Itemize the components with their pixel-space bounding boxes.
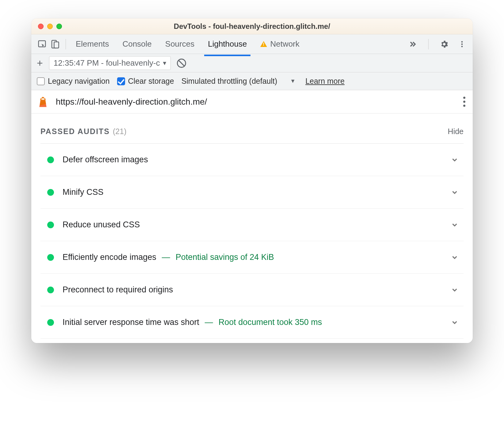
audits-list: Defer offscreen imagesMinify CSSReduce u… bbox=[40, 144, 464, 339]
window-controls bbox=[38, 24, 62, 29]
audit-row[interactable]: Efficiently encode images—Potential savi… bbox=[40, 241, 464, 274]
legacy-nav-label: Legacy navigation bbox=[48, 77, 110, 86]
audit-title: Efficiently encode images—Potential savi… bbox=[63, 253, 274, 262]
svg-point-5 bbox=[461, 46, 463, 47]
audit-row[interactable]: Defer offscreen images bbox=[40, 144, 464, 176]
audit-title: Initial server response time was short—R… bbox=[63, 318, 322, 327]
svg-point-3 bbox=[461, 41, 463, 43]
new-report-button[interactable]: + bbox=[37, 57, 43, 69]
svg-point-4 bbox=[461, 43, 463, 45]
dash-separator: — bbox=[162, 253, 170, 262]
section-title: PASSED AUDITS bbox=[40, 127, 110, 136]
dash-separator: — bbox=[205, 318, 213, 327]
pass-status-icon bbox=[47, 189, 54, 196]
maximize-window-button[interactable] bbox=[56, 24, 62, 29]
main-tabbar: Elements Console Sources Lighthouse Netw… bbox=[31, 34, 473, 54]
tab-console[interactable]: Console bbox=[121, 36, 153, 52]
window-title: DevTools - foul-heavenly-direction.glitc… bbox=[31, 22, 473, 31]
tab-network-label: Network bbox=[270, 39, 299, 49]
titlebar: DevTools - foul-heavenly-direction.glitc… bbox=[31, 18, 473, 34]
tab-network[interactable]: Network bbox=[259, 36, 300, 52]
audit-title-text: Initial server response time was short bbox=[63, 318, 199, 327]
pass-status-icon bbox=[47, 222, 54, 228]
svg-rect-2 bbox=[54, 42, 59, 48]
chevron-down-icon bbox=[451, 188, 462, 196]
devtools-window: DevTools - foul-heavenly-direction.glitc… bbox=[31, 18, 473, 343]
clear-storage-label: Clear storage bbox=[128, 77, 174, 86]
tab-elements[interactable]: Elements bbox=[74, 36, 110, 52]
learn-more-link[interactable]: Learn more bbox=[305, 77, 345, 86]
pass-status-icon bbox=[47, 287, 54, 293]
clear-storage-checkbox[interactable]: Clear storage bbox=[117, 77, 174, 86]
audit-title-text: Minify CSS bbox=[63, 187, 104, 197]
tab-sources[interactable]: Sources bbox=[164, 36, 196, 52]
report-selector-dropdown[interactable]: 12:35:47 PM - foul-heavenly-c bbox=[49, 56, 171, 70]
chevron-down-icon bbox=[451, 318, 462, 326]
chevron-down-icon bbox=[451, 221, 462, 229]
separator bbox=[66, 39, 66, 49]
inspect-element-icon[interactable] bbox=[36, 38, 48, 51]
more-menu-icon[interactable] bbox=[456, 38, 468, 51]
audit-title-text: Preconnect to required origins bbox=[63, 285, 173, 295]
audit-title-text: Efficiently encode images bbox=[63, 253, 156, 262]
warning-icon bbox=[260, 41, 267, 47]
lighthouse-toolbar: + 12:35:47 PM - foul-heavenly-c bbox=[31, 54, 473, 72]
audit-title-text: Defer offscreen images bbox=[63, 155, 148, 164]
audit-row[interactable]: Minify CSS bbox=[40, 176, 464, 209]
audit-row[interactable]: Preconnect to required origins bbox=[40, 274, 464, 306]
audit-row[interactable]: Reduce unused CSS bbox=[40, 209, 464, 241]
svg-rect-7 bbox=[41, 98, 44, 100]
pass-status-icon bbox=[47, 254, 54, 261]
overflow-tabs-icon[interactable] bbox=[406, 38, 419, 51]
audit-detail: Root document took 350 ms bbox=[219, 318, 322, 327]
pass-status-icon bbox=[47, 156, 54, 163]
passed-audits-header[interactable]: PASSED AUDITS (21) Hide bbox=[40, 127, 464, 144]
audit-title: Defer offscreen images bbox=[63, 155, 148, 164]
pass-status-icon bbox=[47, 319, 54, 326]
report-url-row: https://foul-heavenly-direction.glitch.m… bbox=[31, 90, 473, 114]
audit-title: Minify CSS bbox=[63, 187, 104, 197]
audit-detail: Potential savings of 24 KiB bbox=[176, 253, 274, 262]
throttling-label: Simulated throttling (default) bbox=[181, 77, 277, 86]
lighthouse-options-bar: Legacy navigation Clear storage Simulate… bbox=[31, 72, 473, 90]
throttling-dropdown-icon[interactable]: ▼ bbox=[290, 78, 296, 84]
clear-report-icon[interactable] bbox=[177, 59, 186, 68]
separator bbox=[428, 39, 429, 49]
report-url: https://foul-heavenly-direction.glitch.m… bbox=[56, 97, 207, 107]
audit-row[interactable]: Initial server response time was short—R… bbox=[40, 306, 464, 339]
minimize-window-button[interactable] bbox=[47, 24, 53, 29]
chevron-down-icon bbox=[451, 253, 462, 261]
report-content: PASSED AUDITS (21) Hide Defer offscreen … bbox=[31, 114, 473, 343]
checkbox-unchecked-icon bbox=[37, 77, 45, 85]
audit-title: Preconnect to required origins bbox=[63, 285, 173, 295]
section-count: (21) bbox=[113, 127, 126, 136]
settings-gear-icon[interactable] bbox=[438, 38, 451, 51]
svg-rect-0 bbox=[39, 40, 46, 47]
checkbox-checked-icon bbox=[117, 77, 125, 85]
lighthouse-icon bbox=[37, 96, 49, 108]
audit-title-text: Reduce unused CSS bbox=[63, 220, 140, 230]
chevron-down-icon bbox=[451, 286, 462, 294]
close-window-button[interactable] bbox=[38, 24, 44, 29]
report-menu-icon[interactable] bbox=[461, 95, 467, 109]
audit-title: Reduce unused CSS bbox=[63, 220, 140, 230]
device-toggle-icon[interactable] bbox=[48, 38, 61, 51]
tab-lighthouse[interactable]: Lighthouse bbox=[207, 36, 248, 52]
legacy-navigation-checkbox[interactable]: Legacy navigation bbox=[37, 77, 110, 86]
chevron-down-icon bbox=[451, 156, 462, 164]
hide-button[interactable]: Hide bbox=[448, 127, 464, 136]
